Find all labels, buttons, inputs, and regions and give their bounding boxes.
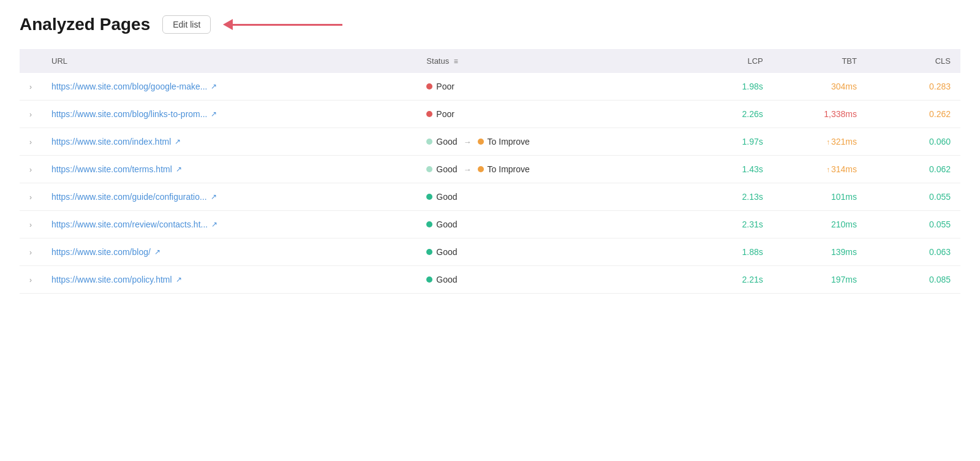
- status-dot: [426, 249, 432, 255]
- status-label: Good: [436, 219, 457, 229]
- url-link[interactable]: https://www.site.com/blog/links-to-prom.…: [51, 109, 217, 119]
- status-dot: [426, 194, 432, 200]
- transition-arrow: →: [464, 137, 472, 147]
- external-link-icon: ↗: [211, 192, 217, 201]
- lcp-cell: 2.21s: [679, 266, 773, 294]
- expand-cell[interactable]: ›: [20, 266, 42, 294]
- lcp-cell: 2.13s: [679, 183, 773, 211]
- status-label: Good: [436, 247, 457, 257]
- status-label: Good: [436, 192, 457, 202]
- url-col-header: URL: [42, 49, 417, 73]
- tbt-cell: 139ms: [773, 238, 867, 266]
- status-label: Good: [436, 275, 457, 284]
- url-cell: https://www.site.com/blog/google-make...…: [42, 73, 417, 101]
- cls-cell: 0.055: [867, 183, 960, 211]
- status-dot-from: [426, 166, 432, 172]
- chevron-icon[interactable]: ›: [29, 110, 32, 119]
- chevron-icon[interactable]: ›: [29, 193, 32, 202]
- tbt-cell: 304ms: [773, 73, 867, 101]
- status-cell: Good: [417, 266, 679, 294]
- expand-cell[interactable]: ›: [20, 211, 42, 238]
- url-link[interactable]: https://www.site.com/terms.html ↗: [51, 164, 182, 174]
- expand-cell[interactable]: ›: [20, 128, 42, 156]
- url-link[interactable]: https://www.site.com/guide/configuratio.…: [51, 192, 217, 202]
- chevron-icon[interactable]: ›: [29, 248, 32, 257]
- table-row: ›https://www.site.com/policy.html ↗ Good…: [20, 266, 960, 294]
- status-dot: [426, 111, 432, 117]
- expand-cell[interactable]: ›: [20, 73, 42, 101]
- url-link[interactable]: https://www.site.com/review/contacts.ht.…: [51, 219, 217, 229]
- status-dot: [426, 221, 432, 227]
- page-title: Analyzed Pages: [20, 15, 150, 34]
- cls-cell: 0.055: [867, 211, 960, 238]
- url-cell: https://www.site.com/blog/links-to-prom.…: [42, 101, 417, 128]
- url-cell: https://www.site.com/index.html ↗: [42, 128, 417, 156]
- tbt-cell: 101ms: [773, 183, 867, 211]
- chevron-icon[interactable]: ›: [29, 276, 32, 284]
- tbt-cell: ↑314ms: [773, 156, 867, 183]
- table-row: ›https://www.site.com/blog/google-make..…: [20, 73, 960, 101]
- status-label-to: To Improve: [488, 137, 530, 147]
- cls-cell: 0.063: [867, 238, 960, 266]
- status-cell: Good → To Improve: [417, 156, 679, 183]
- lcp-cell: 2.31s: [679, 211, 773, 238]
- expand-cell[interactable]: ›: [20, 238, 42, 266]
- tbt-cell: 210ms: [773, 211, 867, 238]
- analyzed-pages-table: URL Status ≡ LCP TBT CLS ›https://www.si…: [20, 49, 960, 294]
- lcp-cell: 1.97s: [679, 128, 773, 156]
- cls-cell: 0.062: [867, 156, 960, 183]
- arrow-annotation: [223, 19, 342, 30]
- status-dot-to: [478, 166, 484, 172]
- status-cell: Good → To Improve: [417, 128, 679, 156]
- table-row: ›https://www.site.com/terms.html ↗ Good …: [20, 156, 960, 183]
- status-label-from: Good: [436, 164, 457, 174]
- lcp-cell: 1.43s: [679, 156, 773, 183]
- table-row: ›https://www.site.com/blog/ ↗ Good 1.88s…: [20, 238, 960, 266]
- url-link[interactable]: https://www.site.com/blog/ ↗: [51, 247, 160, 257]
- expand-cell[interactable]: ›: [20, 156, 42, 183]
- chevron-icon[interactable]: ›: [29, 83, 32, 91]
- external-link-icon: ↗: [176, 275, 182, 284]
- lcp-cell: 1.88s: [679, 238, 773, 266]
- table-row: ›https://www.site.com/guide/configuratio…: [20, 183, 960, 211]
- status-cell: Poor: [417, 73, 679, 101]
- up-arrow-icon: ↑: [826, 138, 830, 147]
- status-cell: Good: [417, 183, 679, 211]
- table-row: ›https://www.site.com/blog/links-to-prom…: [20, 101, 960, 128]
- status-label-from: Good: [436, 137, 457, 147]
- lcp-cell: 2.26s: [679, 101, 773, 128]
- url-cell: https://www.site.com/terms.html ↗: [42, 156, 417, 183]
- expand-cell[interactable]: ›: [20, 101, 42, 128]
- status-col-header[interactable]: Status ≡: [417, 49, 679, 73]
- status-dot-to: [478, 139, 484, 145]
- lcp-cell: 1.98s: [679, 73, 773, 101]
- external-link-icon: ↗: [211, 220, 217, 229]
- external-link-icon: ↗: [154, 248, 160, 256]
- url-link[interactable]: https://www.site.com/policy.html ↗: [51, 275, 182, 284]
- url-link[interactable]: https://www.site.com/blog/google-make...…: [51, 82, 217, 91]
- chevron-icon[interactable]: ›: [29, 221, 32, 229]
- transition-arrow: →: [464, 165, 472, 174]
- external-link-icon: ↗: [175, 137, 181, 146]
- url-cell: https://www.site.com/review/contacts.ht.…: [42, 211, 417, 238]
- edit-list-button[interactable]: Edit list: [162, 15, 211, 34]
- status-label-to: To Improve: [488, 164, 530, 174]
- tbt-col-header: TBT: [773, 49, 867, 73]
- filter-icon[interactable]: ≡: [454, 57, 458, 66]
- url-cell: https://www.site.com/policy.html ↗: [42, 266, 417, 294]
- chevron-icon[interactable]: ›: [29, 138, 32, 147]
- lcp-col-header: LCP: [679, 49, 773, 73]
- external-link-icon: ↗: [176, 165, 182, 173]
- status-cell: Good: [417, 211, 679, 238]
- cls-cell: 0.283: [867, 73, 960, 101]
- expand-cell[interactable]: ›: [20, 183, 42, 211]
- status-cell: Good: [417, 238, 679, 266]
- table-row: ›https://www.site.com/index.html ↗ Good …: [20, 128, 960, 156]
- table-row: ›https://www.site.com/review/contacts.ht…: [20, 211, 960, 238]
- status-dot: [426, 276, 432, 283]
- tbt-cell: ↑321ms: [773, 128, 867, 156]
- status-dot-from: [426, 139, 432, 145]
- url-link[interactable]: https://www.site.com/index.html ↗: [51, 137, 181, 147]
- expand-col-header: [20, 49, 42, 73]
- chevron-icon[interactable]: ›: [29, 166, 32, 174]
